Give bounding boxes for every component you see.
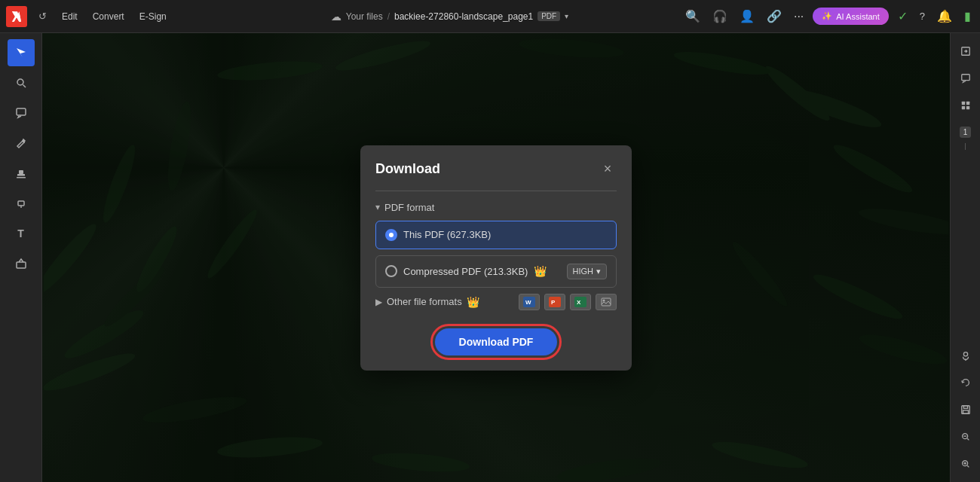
menu-convert[interactable]: Convert [87,8,130,25]
svg-rect-5 [19,170,23,174]
bell-icon[interactable]: 🔔 [934,6,955,26]
quality-chevron-icon: ▾ [596,267,601,276]
modal-divider [375,191,617,191]
svg-rect-14 [966,106,969,109]
svg-rect-18 [963,406,967,409]
check-circle-icon[interactable]: ✓ [895,6,911,26]
right-sidebar-save-icon[interactable] [954,398,978,422]
modal-overlay: Download × ▾ PDF format This PDF (627.3K… [42,33,950,482]
powerpoint-format-icon[interactable]: P [544,294,565,310]
sidebar-zoom-tool[interactable] [8,69,35,96]
menu-esign[interactable]: E-Sign [133,8,173,25]
breadcrumb: Your files / backiee-272860-landscape_pa… [346,11,568,22]
right-sidebar: 1 | [950,33,980,482]
pdf-type-badge: PDF [537,11,560,21]
excel-format-icon[interactable]: X [570,294,591,310]
svg-rect-6 [18,201,24,206]
sidebar-cursor-tool[interactable] [8,39,35,66]
image-format-icon[interactable] [596,294,617,310]
headset-icon[interactable]: 🎧 [709,6,730,26]
ai-assistant-button[interactable]: ✨ AI Assistant [813,8,888,25]
help-icon[interactable]: ? [917,8,928,25]
other-formats-row: ▶ Other file formats 👑 W P [375,294,617,310]
svg-rect-19 [963,410,968,413]
history-btn[interactable]: ↺ [32,6,53,27]
modal-close-button[interactable]: × [599,160,617,178]
svg-text:W: W [525,299,531,306]
svg-rect-10 [961,75,969,81]
sidebar-highlight-tool[interactable] [8,190,35,217]
ai-btn-label: AI Assistant [836,12,879,21]
svg-rect-2 [17,108,26,115]
left-sidebar: T [0,33,42,482]
pdf-format-section-header[interactable]: ▾ PDF format [375,202,617,213]
right-sidebar-zoom-in-icon[interactable] [954,452,978,476]
quality-dropdown[interactable]: HIGH ▾ [567,264,608,279]
pdf-format-chevron-icon: ▾ [375,202,380,212]
dropdown-chevron-icon[interactable]: ▾ [565,12,568,20]
right-sidebar-share-icon[interactable] [954,39,978,63]
this-pdf-option[interactable]: This PDF (627.3KB) [375,221,617,249]
svg-text:P: P [551,299,556,306]
svg-point-15 [963,352,967,356]
compressed-pdf-radio[interactable] [385,265,397,277]
modal-title: Download [375,161,440,177]
right-sidebar-zoom-out-icon[interactable] [954,425,978,449]
compressed-pdf-option[interactable]: Compressed PDF (213.3KB) 👑 HIGH ▾ [375,255,617,288]
sidebar-text-tool[interactable]: T [8,220,35,247]
sidebar-stamp-tool[interactable] [8,160,35,187]
this-pdf-label: This PDF (627.3KB) [403,229,491,240]
quality-label: HIGH [573,267,594,276]
download-modal: Download × ▾ PDF format This PDF (627.3K… [360,145,632,371]
sidebar-comment-tool[interactable] [8,99,35,127]
svg-rect-12 [966,102,969,105]
right-sidebar-voice-icon[interactable] [954,343,978,368]
right-sidebar-grid-icon[interactable] [954,93,978,117]
compressed-pdf-label: Compressed PDF (213.3KB) [403,266,528,277]
sidebar-shape-tool[interactable] [8,250,35,277]
sidebar-pencil-tool[interactable] [8,130,35,157]
battery-icon[interactable]: ▮ [961,6,974,26]
crown-icon: 👑 [534,265,547,277]
svg-point-59 [603,299,605,301]
download-btn-container: Download PDF [375,325,617,355]
more-icon[interactable]: ··· [791,7,807,26]
this-pdf-option-left: This PDF (627.3KB) [385,229,491,241]
menu-edit[interactable]: Edit [56,8,84,25]
svg-rect-11 [961,102,964,105]
svg-rect-3 [17,174,25,176]
user-icon[interactable]: 👤 [737,6,758,26]
ai-icon: ✨ [822,11,832,21]
word-format-icon[interactable]: W [519,294,540,310]
svg-point-0 [17,79,23,85]
page-indicator-line: | [964,142,966,150]
adobe-logo [6,6,27,27]
svg-text:X: X [577,299,581,306]
modal-header: Download × [375,160,617,178]
right-sidebar-refresh-icon[interactable] [954,371,978,395]
download-pdf-button[interactable]: Download PDF [435,328,558,355]
right-sidebar-comment-icon[interactable] [954,66,978,90]
breadcrumb-filename: backiee-272860-landscape_page1 [394,11,533,22]
svg-line-1 [23,85,26,88]
svg-rect-13 [961,106,964,109]
other-formats-section-header[interactable]: ▶ Other file formats 👑 [375,296,479,308]
topbar-menu: ↺ Edit Convert E-Sign [32,6,173,27]
svg-rect-8 [17,262,26,268]
link-icon[interactable]: 🔗 [764,6,785,26]
topbar-center: ☁ Your files / backiee-272860-landscape_… [217,11,682,23]
other-formats-chevron-icon: ▶ [375,297,382,307]
search-icon[interactable]: 🔍 [682,6,703,26]
other-formats-crown-icon: 👑 [467,296,479,308]
breadcrumb-files[interactable]: Your files [346,11,383,22]
topbar: ↺ Edit Convert E-Sign ☁ Your files / bac… [0,0,980,33]
svg-rect-4 [17,177,26,178]
main-content: Download × ▾ PDF format This PDF (627.3K… [42,33,950,482]
pdf-format-label: PDF format [384,202,434,213]
breadcrumb-sep: / [387,11,390,22]
cloud-icon: ☁ [331,11,341,23]
format-icons-row: W P X [519,294,617,310]
this-pdf-radio[interactable] [385,229,397,241]
other-formats-label: Other file formats [387,296,462,307]
compressed-pdf-option-left: Compressed PDF (213.3KB) 👑 [385,265,547,277]
